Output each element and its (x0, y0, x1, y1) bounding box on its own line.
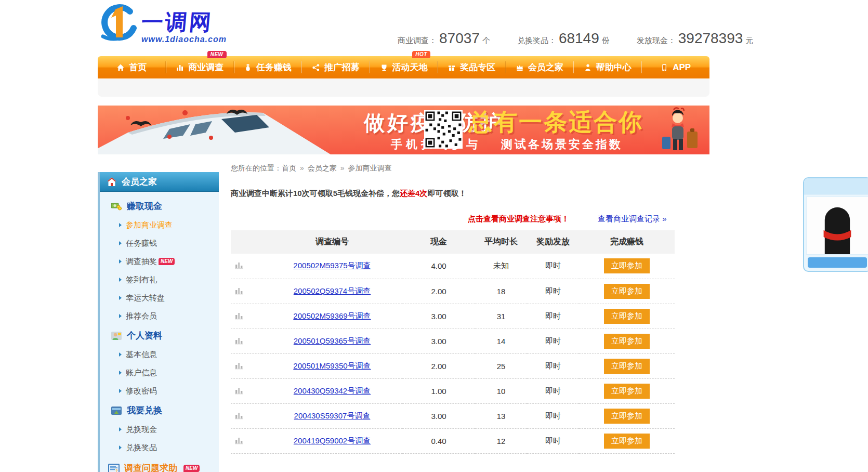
popup-header (804, 178, 868, 194)
survey-duration: 31 (475, 304, 527, 329)
sidebar-item-change-password[interactable]: 修改密码 (100, 382, 219, 400)
nav-item-help-center[interactable]: 帮助中心 (573, 56, 641, 78)
hot-badge: HOT (412, 51, 430, 58)
survey-link[interactable]: 200419Q59002号调查 (294, 436, 371, 445)
survey-link[interactable]: 200502Q59374号调查 (294, 286, 371, 295)
join-now-button[interactable]: 立即参加 (604, 434, 650, 449)
survey-reward: 即时 (527, 428, 579, 453)
house-icon (107, 177, 117, 187)
bar-chart-icon (235, 287, 244, 296)
site-logo[interactable]: 一调网 www.1diaocha.com (98, 4, 227, 44)
survey-link[interactable]: 200430S59307号调查 (294, 411, 371, 420)
survey-reward: 即时 (527, 403, 579, 428)
table-row: 200430Q59342号调查 1.00 10 即时 立即参加 (231, 378, 675, 403)
survey-reward: 即时 (527, 254, 579, 279)
table-row: 200501Q59365号调查 3.00 14 即时 立即参加 (231, 329, 675, 353)
stat-cash: 发放现金： 39278393 元 (637, 30, 754, 47)
survey-link[interactable]: 200430Q59342号调查 (294, 386, 371, 395)
survey-table: 调查编号 现金 平均时长 奖励发放 完成赚钱 200502M59375号调查 4… (231, 230, 675, 454)
survey-link[interactable]: 200501Q59365号调查 (294, 336, 371, 345)
promo-banner[interactable]: 做好疫情防护 手机扫码参与 总有一条适合你 测试各场景安全指数 (98, 106, 709, 154)
survey-record-link[interactable]: 查看商业调查记录 » (598, 214, 667, 224)
survey-reward: 即时 (527, 329, 579, 353)
join-now-button[interactable]: 立即参加 (604, 409, 650, 424)
compensation-notice: 商业调查中断累计10次可领取5毛钱现金补偿，您还差4次即可领取！ (231, 189, 466, 199)
nav-item-promote[interactable]: 推广招募 (301, 56, 370, 78)
nav-item-task-earn[interactable]: 任务赚钱 (234, 56, 302, 78)
survey-notes-link[interactable]: 点击查看商业调查注意事项！ (468, 214, 569, 224)
home-icon (116, 63, 125, 72)
nav-item-label: 会员之家 (528, 61, 563, 73)
table-row: 200430S59307号调查 3.00 13 即时 立即参加 (231, 403, 675, 428)
new-badge: NEW (183, 465, 200, 472)
sidebar-item-label: 兑换奖品 (126, 443, 157, 452)
table-row: 200502Q59374号调查 2.00 18 即时 立即参加 (231, 279, 675, 304)
trophy-icon (380, 63, 388, 72)
sidebar-item-checkin-gift[interactable]: 签到有礼 (100, 271, 219, 289)
nav-item-label: 商业调查 (188, 61, 223, 73)
sidebar-item-exchange-prizes[interactable]: 兑换奖品 (100, 439, 219, 457)
survey-duration: 25 (475, 353, 527, 378)
sidebar: 会员之家 赚取现金 参加商业调查 任务赚钱 调查抽奖NEW 签到有礼 幸运大转盘… (98, 172, 219, 472)
nav-item-label: 推广招募 (324, 61, 360, 73)
nav-item-home[interactable]: 首页 (98, 56, 166, 78)
stat-value: 87037 (439, 30, 480, 47)
join-now-button[interactable]: 立即参加 (604, 334, 650, 349)
sidebar-item-basic-info[interactable]: 基本信息 (100, 346, 219, 364)
join-now-button[interactable]: 立即参加 (604, 258, 650, 273)
stat-unit: 元 (745, 36, 753, 46)
breadcrumb-member-home[interactable]: 会员之家 (308, 164, 337, 172)
sidebar-item-account-info[interactable]: 账户信息 (100, 364, 219, 382)
nav-item-label: 奖品专区 (460, 61, 495, 73)
site-name: 一调网 (140, 11, 228, 33)
breadcrumb-separator: » (340, 164, 345, 172)
nav-item-app[interactable]: APP (641, 56, 709, 78)
nav-item-prize-zone[interactable]: 奖品专区 (438, 56, 506, 78)
nav-item-activities[interactable]: HOT 活动天地 (370, 56, 438, 78)
sidebar-item-label: 基本信息 (126, 350, 157, 359)
survey-duration: 未知 (475, 254, 527, 279)
stat-label: 商业调查： (398, 36, 437, 46)
survey-link[interactable]: 200502M59375号调查 (293, 261, 371, 270)
sidebar-group-profile: 个人资料 (100, 325, 219, 346)
notice-text: 商业调查中断累计10次可领取5毛钱现金补偿，您 (231, 189, 400, 198)
table-row: 200502M59375号调查 4.00 未知 即时 立即参加 (231, 254, 675, 279)
help-doc-icon: ? (108, 464, 120, 472)
join-now-button[interactable]: 立即参加 (604, 309, 650, 324)
popup-button[interactable] (808, 257, 867, 268)
nav-item-label: 任务赚钱 (256, 61, 292, 73)
stat-surveys: 商业调查： 87037 个 (398, 30, 490, 47)
sidebar-item-join-business-survey[interactable]: 参加商业调查 (100, 216, 219, 234)
bar-chart-icon (176, 63, 184, 72)
breadcrumb-current: 参加商业调查 (348, 164, 392, 172)
join-now-button[interactable]: 立即参加 (604, 284, 650, 299)
new-badge: NEW (207, 51, 227, 58)
survey-link[interactable]: 200501M59350号调查 (293, 361, 371, 370)
sidebar-item-survey-lottery[interactable]: 调查抽奖NEW (100, 253, 219, 271)
banner-subheadline: 测试各场景安全指数 (501, 137, 623, 152)
bar-chart-icon (235, 437, 244, 446)
nav-item-business-survey[interactable]: NEW 商业调查 (166, 56, 234, 78)
stat-unit: 个 (482, 36, 490, 46)
table-row: 200502M59369号调查 3.00 31 即时 立即参加 (231, 304, 675, 329)
stat-label: 发放现金： (637, 36, 676, 46)
train-illustration (98, 106, 331, 154)
join-now-button[interactable]: 立即参加 (604, 384, 650, 399)
sidebar-item-label: 账户信息 (126, 368, 157, 377)
survey-link[interactable]: 200502M59369号调查 (293, 311, 371, 320)
table-header-icon-col (231, 230, 262, 254)
sidebar-header: 会员之家 (100, 172, 219, 192)
breadcrumb-home[interactable]: 首页 (282, 164, 296, 172)
table-header: 现金 (402, 230, 475, 254)
traveler-illustration (658, 107, 706, 154)
sidebar-item-task-earn[interactable]: 任务赚钱 (100, 234, 219, 253)
customer-service-popup[interactable] (803, 177, 868, 272)
join-now-button[interactable]: 立即参加 (604, 359, 650, 374)
sidebar-item-label: 推荐会员 (126, 311, 157, 320)
sidebar-item-refer-member[interactable]: 推荐会员 (100, 307, 219, 325)
sidebar-item-exchange-cash[interactable]: 兑换现金 (100, 421, 219, 439)
nav-item-member-home[interactable]: 会员之家 (506, 56, 574, 78)
survey-cash: 3.00 (402, 329, 475, 353)
sidebar-item-lucky-wheel[interactable]: 幸运大转盘 (100, 289, 219, 307)
sidebar-item-survey-help[interactable]: ? 调查问题求助 NEW (100, 457, 219, 472)
